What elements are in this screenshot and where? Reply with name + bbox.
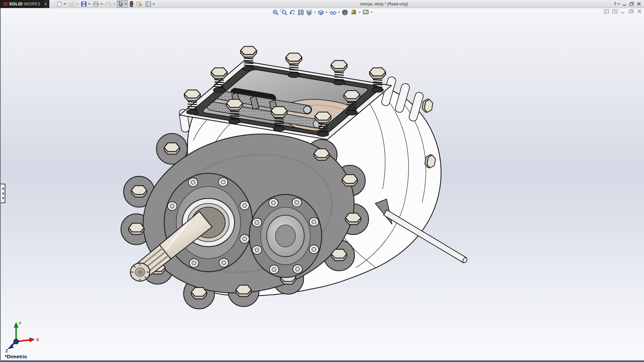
titlebar: 3S SOLIDWORKS [0,0,644,8]
triad-z-label: Z [5,348,8,353]
open-folder-icon [68,1,75,7]
triad-x-label: X [36,337,39,342]
file-properties-icon [136,1,143,7]
dropdown-caret[interactable] [101,3,103,5]
dropdown-caret[interactable] [371,12,373,13]
menu-expand-arrow[interactable] [44,0,48,8]
featuremanager-flyout-tab[interactable] [1,184,5,203]
close-icon [637,9,642,14]
chevron-left-icon [2,197,4,199]
printer-icon [93,1,99,7]
view-orientation-label: *Dimetric [5,354,28,359]
headsup-view-toolbar [270,9,375,16]
close-button[interactable] [637,2,641,6]
pane-right-button[interactable] [612,9,618,14]
pane-collapse-left-icon [604,9,609,14]
file-properties-button[interactable] [135,0,144,8]
graphics-area[interactable]: Y X Z *Dimetric [0,8,644,362]
window-controls: ? [612,1,644,6]
view-settings-button[interactable] [363,9,373,16]
dropdown-caret[interactable] [125,3,127,5]
zoom-to-fit-button[interactable] [272,9,279,16]
doc-restore-button[interactable] [629,9,634,14]
dropdown-caret[interactable] [113,3,115,5]
select-cursor-icon [118,1,123,7]
save-floppy-icon [81,1,87,7]
eyeglasses-icon [329,9,337,16]
restore-icon [629,2,634,6]
dropdown-caret[interactable] [359,12,361,13]
dropdown-caret[interactable] [153,3,155,5]
new-document-icon [56,1,62,7]
window-title: menjac sklop * [Read-only] [156,2,612,6]
undo-arrow-icon [105,1,112,7]
apply-scene-icon [350,9,358,16]
restore-button[interactable] [629,2,634,6]
gearbox-assembly-3d-model[interactable] [1,8,644,362]
zoom-to-fit-icon [272,9,279,16]
solidworks-logo: 3S SOLIDWORKS [0,0,49,8]
options-checklist-icon [145,1,151,7]
view-orientation-button[interactable] [306,9,316,16]
traffic-light-icon [129,1,133,7]
section-view-button[interactable] [298,9,304,16]
open-button[interactable] [67,0,79,8]
rebuild-button[interactable] [128,0,135,8]
view-orientation-icon [306,9,313,16]
pane-collapse-right-icon [612,9,618,14]
apply-scene-button[interactable] [350,9,361,16]
brand-text-solid: SOLID [9,2,22,6]
right-bearing-cover [249,194,322,278]
undo-button[interactable] [104,0,116,8]
section-view-icon [298,9,304,16]
help-button[interactable]: ? [614,1,620,6]
minimize-icon [621,9,626,14]
zoom-to-area-icon [281,9,287,16]
select-button[interactable] [117,0,128,8]
dropdown-caret[interactable] [64,3,66,5]
dropdown-caret[interactable] [326,12,328,13]
dropdown-caret[interactable] [76,3,78,5]
hide-show-items-button[interactable] [329,9,340,16]
minimize-button[interactable] [622,2,627,6]
chevron-right-icon [45,3,47,5]
doc-close-button[interactable] [637,9,642,14]
display-style-icon [318,9,324,16]
close-icon [637,2,641,6]
chevron-left-icon [2,192,4,195]
previous-view-button[interactable] [289,9,296,16]
edit-appearance-button[interactable] [342,9,348,16]
print-button[interactable] [92,0,104,8]
minimize-icon [622,2,627,6]
restore-icon [629,9,634,14]
new-button[interactable] [55,0,67,8]
display-style-button[interactable] [318,9,328,16]
doc-minimize-button[interactable] [621,9,626,14]
rgb-sphere-icon [342,9,348,16]
triad-y-label: Y [18,321,21,326]
options-button[interactable] [144,0,156,8]
view-settings-icon [363,9,369,16]
standard-toolbar [49,0,156,8]
dropdown-caret[interactable] [314,12,316,13]
zoom-to-area-button[interactable] [281,9,287,16]
document-window-controls [604,9,642,14]
dassault-3s-logo-icon: 3S [3,1,8,7]
taskbar-edge [1,360,644,362]
save-button[interactable] [80,0,91,8]
help-icon: ? [614,1,616,6]
brand-text-works: WORKS [24,2,40,6]
reference-triad: Y X Z [3,321,44,353]
pane-left-button[interactable] [604,9,609,14]
solidworks-window: 3S SOLIDWORKS [0,0,644,362]
previous-view-icon [289,9,296,16]
dropdown-caret[interactable] [88,3,90,5]
dropdown-caret[interactable] [618,3,620,5]
dropdown-caret[interactable] [338,12,340,13]
chevron-left-icon [2,187,4,190]
